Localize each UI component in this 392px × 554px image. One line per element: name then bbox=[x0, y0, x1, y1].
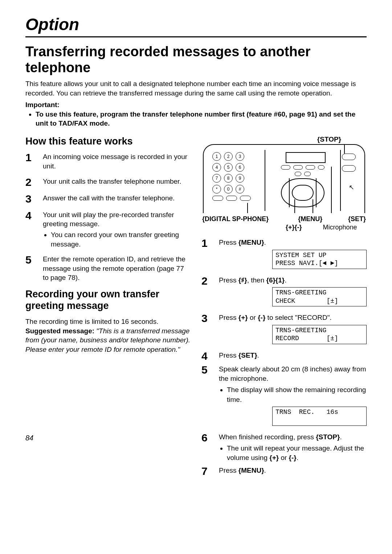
menu-key: {MENU} bbox=[238, 467, 264, 474]
left-step-1: 1 An incoming voice message is recorded … bbox=[25, 152, 191, 171]
pill-button bbox=[226, 196, 237, 201]
step-body: Press {MENU}. bbox=[219, 466, 367, 477]
chapter-title: Option bbox=[25, 15, 367, 37]
page: Option Transferring recorded messages to… bbox=[0, 0, 392, 490]
key-7: 7 bbox=[212, 174, 221, 183]
label-set: {SET} bbox=[348, 215, 366, 223]
step-post: to select "RECORD". bbox=[265, 314, 331, 321]
lead-line bbox=[313, 199, 313, 213]
step-number: 2 bbox=[201, 276, 212, 310]
panel-button bbox=[318, 165, 324, 170]
num-keys: {6}{1} bbox=[266, 276, 285, 284]
step-number: 5 bbox=[201, 364, 212, 429]
step-text: Speak clearly about 20 cm (8 inches) awa… bbox=[219, 365, 366, 383]
left-step-2: 2 Your unit calls the transfer telephone… bbox=[25, 177, 191, 188]
lead-line bbox=[294, 199, 295, 213]
step-body: Answer the call with the transfer teleph… bbox=[43, 194, 191, 204]
label-menu: {MENU} bbox=[298, 215, 322, 223]
mic-arrow-icon: ↖ bbox=[349, 183, 354, 191]
minus-key: {-} bbox=[289, 454, 297, 461]
two-column-layout: How this feature works 1 An incoming voi… bbox=[25, 135, 367, 480]
minus-key: {-} bbox=[258, 314, 265, 321]
key-6: 6 bbox=[236, 163, 244, 172]
lcd-display: TRNS REC. 16s bbox=[272, 407, 367, 426]
recording-heading: Recording your own transfer greeting mes… bbox=[25, 288, 191, 312]
nav-wheel-icon bbox=[281, 178, 324, 207]
lead-line bbox=[247, 203, 248, 213]
key-star: * bbox=[212, 185, 221, 194]
right-step-1: 1 Press {MENU}. SYSTEM SET UP PRESS NAVI… bbox=[201, 238, 367, 273]
panel-button bbox=[306, 165, 315, 170]
step-post: . bbox=[257, 351, 259, 359]
step-number: 1 bbox=[201, 238, 212, 273]
key-8: 8 bbox=[224, 174, 233, 183]
important-bullet: To use this feature, program the transfe… bbox=[36, 110, 367, 128]
plus-key: {+} bbox=[238, 314, 248, 321]
step-body: Press {♯}, then {6}{1}. TRNS-GREETING CH… bbox=[219, 276, 367, 310]
intro-text: This feature allows your unit to call a … bbox=[25, 79, 367, 98]
diagram-labels: {DIGITAL SP-PHONE} {MENU} {SET} bbox=[202, 215, 366, 223]
how-works-steps: 1 An incoming voice message is recorded … bbox=[25, 152, 191, 282]
step-body: Enter the remote operation ID, and retri… bbox=[43, 254, 191, 282]
lcd-display: SYSTEM SET UP PRESS NAVI.[◄ ►] bbox=[272, 250, 367, 269]
hash-key: {♯} bbox=[238, 276, 247, 284]
menu-key: {MENU} bbox=[238, 239, 264, 246]
step-pre: Press bbox=[219, 314, 238, 321]
right-step-3: 3 Press {+} or {-} to select "RECORD". T… bbox=[201, 313, 367, 348]
step-number: 2 bbox=[25, 177, 36, 188]
lcd-screen-icon bbox=[286, 152, 326, 163]
right-step-2: 2 Press {♯}, then {6}{1}. TRNS-GREETING … bbox=[201, 276, 367, 310]
recording-note: The recording time is limited to 16 seco… bbox=[25, 317, 191, 354]
rec-limit: The recording time is limited to 16 seco… bbox=[25, 318, 158, 325]
step-body: Press {MENU}. SYSTEM SET UP PRESS NAVI.[… bbox=[219, 238, 367, 273]
step-body: Your unit calls the transfer telephone n… bbox=[43, 177, 191, 188]
step-mid: or bbox=[248, 314, 258, 321]
step-post: . bbox=[340, 433, 342, 441]
step-number: 1 bbox=[25, 152, 36, 171]
step-post: . bbox=[285, 276, 286, 284]
left-step-5: 5 Enter the remote operation ID, and ret… bbox=[25, 254, 191, 282]
right-step-4: 4 Press {SET}. bbox=[201, 351, 367, 362]
step-text: Your unit will play the pre-recorded tra… bbox=[43, 211, 174, 228]
right-buttons bbox=[342, 154, 356, 172]
step-pre: Press bbox=[219, 239, 238, 246]
key-4: 4 bbox=[212, 163, 221, 172]
pill-button bbox=[240, 196, 251, 201]
key-0: 0 bbox=[224, 185, 233, 194]
section-title: Transferring recorded messages to anothe… bbox=[25, 44, 367, 76]
lcd-display: TRNS-GREETING RECORD [±] bbox=[272, 325, 367, 344]
page-number: 84 bbox=[25, 434, 191, 442]
step-number: 5 bbox=[25, 254, 36, 282]
left-column: How this feature works 1 An incoming voi… bbox=[25, 135, 191, 480]
label-microphone: Microphone bbox=[323, 224, 357, 231]
key-3: 3 bbox=[236, 152, 244, 161]
right-step-7: 7 Press {MENU}. bbox=[201, 466, 367, 477]
panel-button bbox=[295, 172, 301, 176]
sub-mid: or bbox=[279, 454, 289, 461]
left-step-3: 3 Answer the call with the transfer tele… bbox=[25, 194, 191, 204]
step-number: 6 bbox=[201, 432, 212, 463]
key-1: 1 bbox=[212, 152, 221, 161]
step-number: 3 bbox=[25, 194, 36, 204]
oval-button bbox=[342, 165, 356, 172]
step-number: 4 bbox=[25, 210, 36, 249]
important-list: To use this feature, program the transfe… bbox=[36, 110, 367, 128]
stop-key: {STOP} bbox=[316, 433, 340, 441]
step-pre: When finished recording, press bbox=[219, 433, 316, 441]
right-step-6: 6 When finished recording, press {STOP}.… bbox=[201, 432, 367, 463]
stop-label: {STOP} bbox=[201, 135, 367, 143]
key-5: 5 bbox=[224, 163, 233, 172]
key-9: 9 bbox=[236, 174, 244, 183]
step-pre: Press bbox=[219, 351, 238, 359]
device-diagram: 123 456 789 *0# bbox=[201, 144, 367, 231]
step-number: 3 bbox=[201, 313, 212, 348]
panel-button bbox=[281, 165, 290, 170]
center-panel bbox=[265, 150, 341, 211]
label-plusminus: {+}{-} bbox=[286, 224, 302, 231]
panel-button bbox=[293, 165, 303, 170]
device-outline: 123 456 789 *0# bbox=[203, 144, 365, 213]
step-body: Press {+} or {-} to select "RECORD". TRN… bbox=[219, 313, 367, 348]
step-body: An incoming voice message is recorded in… bbox=[43, 152, 191, 171]
lcd-display: TRNS-GREETING CHECK [±] bbox=[272, 287, 367, 306]
sub-post: . bbox=[297, 454, 298, 461]
